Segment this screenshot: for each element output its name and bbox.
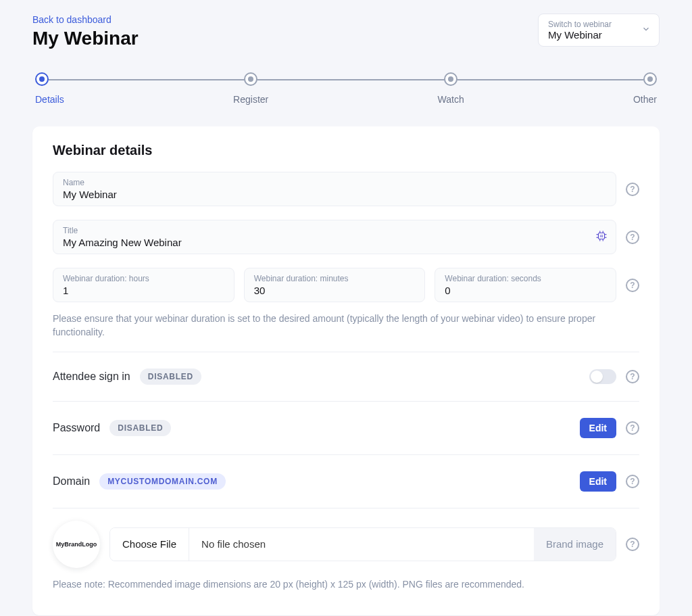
name-field[interactable]: Name My Webinar bbox=[53, 172, 616, 206]
brand-logo-preview: MyBrandLogo bbox=[53, 521, 100, 568]
help-icon[interactable]: ? bbox=[626, 538, 639, 551]
wizard-stepper: Details Register Watch Other bbox=[32, 72, 660, 105]
brand-image-hint: Please note: Recommended image dimension… bbox=[53, 577, 639, 591]
step-label: Watch bbox=[438, 94, 464, 105]
name-label: Name bbox=[63, 178, 606, 187]
switch-webinar-dropdown[interactable]: Switch to webinar My Webinar bbox=[538, 14, 660, 47]
step-label: Details bbox=[35, 94, 64, 105]
choose-file-button[interactable]: Choose File bbox=[110, 528, 189, 561]
divider bbox=[53, 352, 639, 352]
brand-image-label: Brand image bbox=[534, 528, 616, 561]
webinar-details-card: Webinar details Name My Webinar ? Title … bbox=[32, 126, 660, 615]
duration-seconds-label: Webinar duration: seconds bbox=[445, 274, 606, 283]
domain-label: Domain bbox=[53, 475, 90, 488]
title-label: Title bbox=[63, 226, 606, 235]
file-status-text: No file chosen bbox=[189, 538, 534, 550]
duration-hours-input[interactable]: 1 bbox=[63, 285, 224, 296]
ai-chip-icon[interactable]: AI bbox=[595, 230, 608, 245]
page-title: My Webinar bbox=[32, 28, 139, 49]
help-icon[interactable]: ? bbox=[626, 421, 639, 435]
step-details[interactable]: Details bbox=[32, 72, 67, 105]
step-other[interactable]: Other bbox=[631, 72, 660, 105]
help-icon[interactable]: ? bbox=[626, 183, 639, 196]
duration-hint: Please ensure that your webinar duration… bbox=[53, 312, 639, 339]
step-register[interactable]: Register bbox=[230, 72, 271, 105]
svg-text:AI: AI bbox=[600, 234, 603, 237]
help-icon[interactable]: ? bbox=[626, 370, 639, 383]
divider bbox=[53, 508, 639, 508]
help-icon[interactable]: ? bbox=[626, 475, 639, 488]
step-label: Register bbox=[233, 94, 268, 105]
duration-seconds-field[interactable]: Webinar duration: seconds 0 bbox=[435, 268, 616, 302]
switch-webinar-value: My Webinar bbox=[548, 29, 633, 41]
duration-hours-label: Webinar duration: hours bbox=[63, 274, 224, 283]
title-field[interactable]: Title My Amazing New Webinar AI bbox=[53, 220, 616, 254]
chevron-down-icon bbox=[641, 24, 651, 37]
duration-hours-field[interactable]: Webinar duration: hours 1 bbox=[53, 268, 234, 302]
password-edit-button[interactable]: Edit bbox=[580, 418, 616, 438]
duration-minutes-input[interactable]: 30 bbox=[254, 285, 416, 296]
duration-seconds-input[interactable]: 0 bbox=[445, 285, 606, 296]
duration-minutes-field[interactable]: Webinar duration: minutes 30 bbox=[244, 268, 426, 302]
step-dot-icon bbox=[643, 72, 657, 86]
brand-image-file-input: Choose File No file chosen Brand image bbox=[109, 527, 616, 561]
divider bbox=[53, 454, 639, 455]
signin-label: Attendee sign in bbox=[53, 371, 130, 383]
domain-edit-button[interactable]: Edit bbox=[580, 471, 616, 492]
signin-status-badge: DISABLED bbox=[140, 369, 201, 385]
switch-webinar-label: Switch to webinar bbox=[548, 20, 633, 29]
card-title: Webinar details bbox=[53, 143, 639, 158]
step-dot-icon bbox=[444, 72, 458, 86]
domain-value-badge[interactable]: MYCUSTOMDOMAIN.COM bbox=[99, 473, 226, 490]
help-icon[interactable]: ? bbox=[626, 231, 639, 244]
title-input[interactable]: My Amazing New Webinar bbox=[63, 237, 606, 248]
step-dot-icon bbox=[244, 72, 257, 86]
password-label: Password bbox=[53, 422, 100, 434]
step-label: Other bbox=[633, 94, 657, 105]
back-to-dashboard-link[interactable]: Back to dashboard bbox=[32, 14, 112, 25]
divider bbox=[53, 401, 639, 402]
name-input[interactable]: My Webinar bbox=[63, 189, 606, 200]
step-watch[interactable]: Watch bbox=[435, 72, 467, 105]
help-icon[interactable]: ? bbox=[626, 279, 639, 292]
step-dot-icon bbox=[35, 72, 49, 86]
password-status-badge: DISABLED bbox=[109, 420, 171, 436]
duration-minutes-label: Webinar duration: minutes bbox=[254, 274, 416, 283]
signin-toggle[interactable] bbox=[589, 369, 616, 384]
